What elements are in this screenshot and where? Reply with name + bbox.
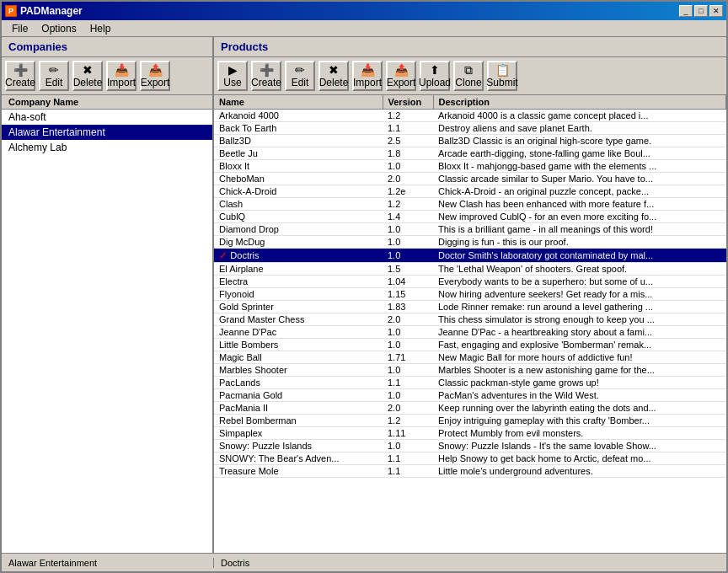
- table-row[interactable]: CublQ1.4New improved CublQ - for an even…: [214, 211, 726, 223]
- product-description: New Clash has been enhanced with more fe…: [433, 198, 726, 211]
- table-row[interactable]: Snowy: Puzzle Islands1.0Snowy: Puzzle Is…: [214, 440, 726, 453]
- product-name: Back To Earth: [214, 122, 383, 135]
- product-version: 1.0: [383, 160, 433, 173]
- product-version: 1.2: [383, 415, 433, 427]
- create-icon: ➕: [13, 64, 28, 76]
- product-description: Protect Mumbly from evil monsters.: [433, 427, 726, 440]
- product-name: Pacmania Gold: [214, 389, 383, 402]
- companies-import-button[interactable]: 📥 Import: [106, 61, 136, 91]
- table-row[interactable]: Diamond Drop1.0This is a brilliant game …: [214, 223, 726, 236]
- status-product: Doctris: [214, 558, 256, 568]
- minimize-button[interactable]: _: [679, 5, 693, 17]
- table-row[interactable]: Bloxx It1.0Bloxx It - mahjongg-based gam…: [214, 160, 726, 173]
- table-row[interactable]: Little Bombers1.0Fast, engaging and expl…: [214, 339, 726, 351]
- table-row[interactable]: Jeanne D'Pac1.0Jeanne D'Pac - a heartbre…: [214, 326, 726, 339]
- products-upload-button[interactable]: ⬆ Upload: [420, 61, 450, 91]
- products-delete-button[interactable]: ✖ Delete: [318, 61, 349, 91]
- product-name: Bloxx It: [214, 160, 383, 173]
- company-list-item[interactable]: Aha-soft: [2, 110, 212, 125]
- product-version: 1.0: [383, 364, 433, 377]
- table-row[interactable]: Grand Master Chess2.0This chess simulato…: [214, 313, 726, 326]
- table-row[interactable]: Beetle Ju1.8Arcade earth-digging, stone-…: [214, 147, 726, 160]
- products-submit-button[interactable]: 📋 Submit: [487, 61, 517, 91]
- table-row[interactable]: Gold Sprinter1.83Lode Rinner remake: run…: [214, 301, 726, 313]
- table-row[interactable]: Arkanoid 40001.2Arkanoid 4000 is a class…: [214, 110, 726, 122]
- table-row[interactable]: Dig McDug1.0Digging is fun - this is our…: [214, 236, 726, 249]
- products-clone-button[interactable]: ⧉ Clone: [453, 61, 484, 91]
- products-export-button[interactable]: 📤 Export: [386, 61, 416, 91]
- companies-export-button[interactable]: 📤 Export: [140, 61, 170, 91]
- table-row[interactable]: Clash1.2New Clash has been enhanced with…: [214, 198, 726, 211]
- table-row[interactable]: CheboMan2.0Classic arcade similar to Sup…: [214, 173, 726, 185]
- products-import-button[interactable]: 📥 Import: [352, 61, 383, 91]
- pexport-label: Export: [387, 77, 416, 88]
- table-row[interactable]: ✓ Doctris1.0Doctor Smith's laboratory go…: [214, 249, 726, 263]
- pedit-icon: ✏: [295, 64, 305, 76]
- title-buttons: _ □ ✕: [679, 5, 723, 17]
- product-name: Treasure Mole: [214, 465, 383, 478]
- main-content: Companies ➕ Create ✏ Edit ✖ Delete 📥 Imp…: [2, 37, 726, 553]
- product-version: 1.4: [383, 211, 433, 223]
- company-list-item[interactable]: Alchemy Lab: [2, 140, 212, 155]
- submit-label: Submit: [486, 77, 517, 88]
- table-row[interactable]: SNOWY: The Bear's Adven...1.1Help Snowy …: [214, 453, 726, 465]
- name-column-header: Name: [214, 95, 383, 110]
- product-description: The 'Lethal Weapon' of shooters. Great s…: [433, 263, 726, 276]
- table-row[interactable]: PacLands1.1Classic packman-style game gr…: [214, 377, 726, 389]
- table-row[interactable]: PacMania II2.0Keep running over the laby…: [214, 402, 726, 415]
- pcreate-label: Create: [251, 77, 281, 88]
- product-version: 2.0: [383, 313, 433, 326]
- products-toolbar: ▶ Use ➕ Create ✏ Edit ✖ Delete 📥 Impo: [214, 57, 726, 95]
- table-row[interactable]: Chick-A-Droid1.2eChick-A-Droid - an orig…: [214, 185, 726, 198]
- products-edit-button[interactable]: ✏ Edit: [285, 61, 315, 91]
- product-description: Marbles Shooter is a new astonishing gam…: [433, 364, 726, 377]
- table-row[interactable]: Flyonoid1.15Now hiring adventure seekers…: [214, 288, 726, 301]
- product-name: Simpaplex: [214, 427, 383, 440]
- companies-header: Companies: [2, 37, 212, 57]
- product-description: Classic arcade similar to Super Mario. Y…: [433, 173, 726, 185]
- product-version: 1.8: [383, 147, 433, 160]
- table-row[interactable]: Pacmania Gold1.0PacMan's adventures in t…: [214, 389, 726, 402]
- product-name: Ballz3D: [214, 135, 383, 147]
- company-list-item[interactable]: Alawar Entertainment: [2, 125, 212, 140]
- product-description: Doctor Smith's laboratory got contaminat…: [433, 249, 726, 263]
- table-row[interactable]: Back To Earth1.1Destroy aliens and save …: [214, 122, 726, 135]
- product-version: 1.83: [383, 301, 433, 313]
- table-row[interactable]: Marbles Shooter1.0Marbles Shooter is a n…: [214, 364, 726, 377]
- products-create-button[interactable]: ➕ Create: [251, 61, 281, 91]
- product-version: 1.1: [383, 465, 433, 478]
- product-description: Classic packman-style game grows up!: [433, 377, 726, 389]
- products-use-button[interactable]: ▶ Use: [217, 61, 248, 91]
- companies-edit-button[interactable]: ✏ Edit: [39, 61, 69, 91]
- product-name: Grand Master Chess: [214, 313, 383, 326]
- table-row[interactable]: Magic Ball1.71New Magic Ball for more ho…: [214, 351, 726, 364]
- table-row[interactable]: Simpaplex1.11Protect Mumbly from evil mo…: [214, 427, 726, 440]
- menu-help[interactable]: Help: [83, 21, 118, 36]
- table-row[interactable]: Ballz3D2.5Ballz3D Classic is an original…: [214, 135, 726, 147]
- product-name: Chick-A-Droid: [214, 185, 383, 198]
- close-button[interactable]: ✕: [709, 5, 723, 17]
- product-name: Flyonoid: [214, 288, 383, 301]
- delete-icon: ✖: [83, 64, 93, 76]
- maximize-button[interactable]: □: [694, 5, 708, 17]
- companies-create-button[interactable]: ➕ Create: [5, 61, 35, 91]
- menu-file[interactable]: File: [5, 21, 35, 36]
- product-name: PacLands: [214, 377, 383, 389]
- product-description: Digging is fun - this is our proof.: [433, 236, 726, 249]
- version-column-header: Version: [383, 95, 433, 110]
- clone-label: Clone: [455, 77, 481, 88]
- product-name: PacMania II: [214, 402, 383, 415]
- companies-delete-button[interactable]: ✖ Delete: [72, 61, 103, 91]
- table-row[interactable]: Treasure Mole1.1Little mole's undergroun…: [214, 465, 726, 478]
- export-label: Export: [141, 77, 170, 88]
- menu-options[interactable]: Options: [35, 21, 83, 36]
- pdelete-icon: ✖: [329, 64, 339, 76]
- table-row[interactable]: El Airplane1.5The 'Lethal Weapon' of sho…: [214, 263, 726, 276]
- edit-label: Edit: [46, 77, 63, 88]
- product-name: Little Bombers: [214, 339, 383, 351]
- product-name: Marbles Shooter: [214, 364, 383, 377]
- product-version: 1.1: [383, 122, 433, 135]
- table-row[interactable]: Electra1.04Everybody wants to be a super…: [214, 276, 726, 288]
- table-row[interactable]: Rebel Bomberman1.2Enjoy intriguing gamep…: [214, 415, 726, 427]
- product-name: Beetle Ju: [214, 147, 383, 160]
